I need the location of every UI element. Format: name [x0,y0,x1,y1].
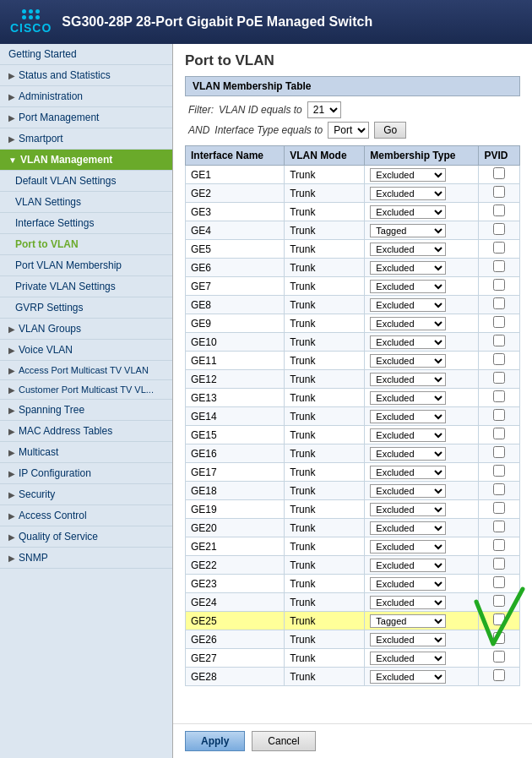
pvid-checkbox[interactable] [493,483,505,495]
pvid-checkbox[interactable] [493,279,505,291]
sidebar-item-default-vlan[interactable]: Default VLAN Settings [0,171,172,192]
membership-select[interactable]: ExcludedTaggedUntaggedForbidden [370,652,446,665]
pvid-checkbox[interactable] [493,409,505,421]
interface-type-select[interactable]: Port [328,122,369,139]
sidebar-item-port-management[interactable]: ▶ Port Management [0,107,172,128]
membership-select[interactable]: ExcludedTaggedUntaggedForbidden [370,224,446,237]
pvid-checkbox[interactable] [493,595,505,607]
membership-select[interactable]: ExcludedTaggedUntaggedForbidden [370,614,446,628]
sidebar-item-quality-of-service[interactable]: ▶ Quality of Service [0,526,172,548]
apply-button[interactable]: Apply [185,731,245,751]
sidebar-item-private-vlan[interactable]: Private VLAN Settings [0,276,172,297]
sidebar-item-multicast[interactable]: ▶ Multicast [0,442,172,463]
pvid-checkbox[interactable] [493,260,505,272]
pvid-checkbox[interactable] [493,353,505,365]
cell-membership-type: ExcludedTaggedUntaggedForbidden [365,537,479,556]
sidebar-item-mac-address[interactable]: ▶ MAC Address Tables [0,421,172,442]
cell-membership-type: ExcludedTaggedUntaggedForbidden [365,519,479,537]
membership-select[interactable]: ExcludedTaggedUntaggedForbidden [370,540,446,554]
sidebar-item-port-vlan-membership[interactable]: Port VLAN Membership [0,255,172,276]
membership-select[interactable]: ExcludedTaggedUntaggedForbidden [370,503,446,516]
membership-select[interactable]: ExcludedTaggedUntaggedForbidden [370,670,446,684]
pvid-checkbox[interactable] [493,297,505,309]
membership-select[interactable]: ExcludedTaggedUntaggedForbidden [370,280,446,293]
membership-select[interactable]: ExcludedTaggedUntaggedForbidden [370,596,446,609]
membership-select[interactable]: ExcludedTaggedUntaggedForbidden [370,391,446,405]
sidebar-item-vlan-groups[interactable]: ▶ VLAN Groups [0,319,172,340]
membership-select[interactable]: ExcludedTaggedUntaggedForbidden [370,484,446,498]
pvid-checkbox[interactable] [493,576,505,588]
membership-select[interactable]: ExcludedTaggedUntaggedForbidden [370,261,446,275]
sidebar-item-getting-started[interactable]: Getting Started [0,44,172,65]
sidebar-item-voice-vlan[interactable]: ▶ Voice VLAN [0,340,172,361]
sidebar-item-port-to-vlan[interactable]: Port to VLAN [0,234,172,255]
sidebar-item-access-multicast[interactable]: ▶ Access Port Multicast TV VLAN [0,361,172,380]
table-row: GE19TrunkExcludedTaggedUntaggedForbidden [186,500,520,519]
membership-select[interactable]: ExcludedTaggedUntaggedForbidden [370,559,446,572]
sidebar-item-interface-settings[interactable]: Interface Settings [0,213,172,234]
membership-select[interactable]: ExcludedTaggedUntaggedForbidden [370,187,446,200]
pvid-checkbox[interactable] [493,502,505,514]
pvid-checkbox[interactable] [493,316,505,328]
pvid-checkbox[interactable] [493,669,505,681]
membership-select[interactable]: ExcludedTaggedUntaggedForbidden [370,521,446,535]
cancel-button[interactable]: Cancel [252,731,315,751]
membership-select[interactable]: ExcludedTaggedUntaggedForbidden [370,298,446,312]
pvid-checkbox[interactable] [493,390,505,402]
pvid-checkbox[interactable] [493,539,505,551]
cell-pvid [479,537,520,556]
sidebar-item-security[interactable]: ▶ Security [0,484,172,505]
sidebar-item-administration[interactable]: ▶ Administration [0,86,172,107]
go-button[interactable]: Go [374,122,406,139]
membership-select[interactable]: ExcludedTaggedUntaggedForbidden [370,410,446,423]
pvid-checkbox[interactable] [493,335,505,346]
membership-select[interactable]: ExcludedTaggedUntaggedForbidden [370,317,446,330]
membership-select[interactable]: ExcludedTaggedUntaggedForbidden [370,168,446,182]
sidebar-item-spanning-tree[interactable]: ▶ Spanning Tree [0,400,172,421]
membership-select[interactable]: ExcludedTaggedUntaggedForbidden [370,335,446,349]
sidebar-item-snmp[interactable]: ▶ SNMP [0,548,172,569]
pvid-checkbox[interactable] [493,613,505,625]
pvid-checkbox[interactable] [493,167,505,179]
table-row: GE12TrunkExcludedTaggedUntaggedForbidden [186,370,520,389]
sidebar-item-access-control[interactable]: ▶ Access Control [0,505,172,526]
sidebar-item-customer-multicast[interactable]: ▶ Customer Port Multicast TV VL... [0,380,172,400]
table-row: GE10TrunkExcludedTaggedUntaggedForbidden [186,333,520,352]
membership-select[interactable]: ExcludedTaggedUntaggedForbidden [370,466,446,479]
sidebar-label: VLAN Management [20,154,112,166]
membership-select[interactable]: ExcludedTaggedUntaggedForbidden [370,243,446,256]
vlan-id-select[interactable]: 21 [307,101,341,118]
membership-select[interactable]: ExcludedTaggedUntaggedForbidden [370,633,446,646]
membership-select[interactable]: ExcludedTaggedUntaggedForbidden [370,205,446,219]
pvid-checkbox[interactable] [493,204,505,216]
sidebar-item-status-statistics[interactable]: ▶ Status and Statistics [0,65,172,86]
cell-pvid [479,463,520,482]
cell-interface-name: GE13 [186,389,285,407]
pvid-checkbox[interactable] [493,558,505,570]
pvid-checkbox[interactable] [493,242,505,254]
membership-select[interactable]: ExcludedTaggedUntaggedForbidden [370,354,446,368]
membership-select[interactable]: ExcludedTaggedUntaggedForbidden [370,428,446,442]
cell-vlan-mode: Trunk [285,575,365,593]
sidebar-item-vlan-management[interactable]: ▼ VLAN Management [0,150,172,171]
sidebar-item-smartport[interactable]: ▶ Smartport [0,128,172,150]
membership-select[interactable]: ExcludedTaggedUntaggedForbidden [370,447,446,461]
sidebar-item-vlan-settings[interactable]: VLAN Settings [0,192,172,213]
pvid-checkbox[interactable] [493,372,505,384]
membership-select[interactable]: ExcludedTaggedUntaggedForbidden [370,577,446,591]
cell-pvid [479,203,520,221]
pvid-checkbox[interactable] [493,186,505,198]
pvid-checkbox[interactable] [493,446,505,458]
pvid-checkbox[interactable] [493,465,505,477]
pvid-checkbox[interactable] [493,223,505,235]
cell-interface-name: GE4 [186,221,285,240]
sidebar-item-ip-configuration[interactable]: ▶ IP Configuration [0,463,172,484]
pvid-checkbox[interactable] [493,521,505,532]
pvid-checkbox[interactable] [493,632,505,644]
table-section-title: VLAN Membership Table [185,76,520,96]
pvid-checkbox[interactable] [493,428,505,439]
cell-membership-type: ExcludedTaggedUntaggedForbidden [365,221,479,240]
sidebar-item-gvrp[interactable]: GVRP Settings [0,297,172,319]
membership-select[interactable]: ExcludedTaggedUntaggedForbidden [370,373,446,386]
pvid-checkbox[interactable] [493,651,505,663]
